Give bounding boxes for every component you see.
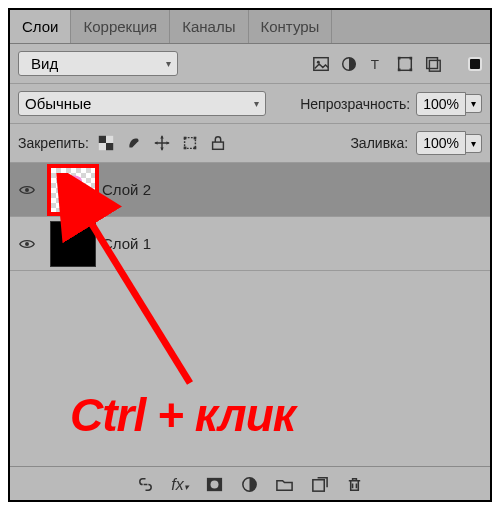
svg-rect-2 [314,57,328,70]
image-filter-icon[interactable] [312,55,330,73]
layer-actions-bar: fx▾ [10,466,490,500]
svg-rect-19 [194,137,197,140]
chevron-down-icon[interactable]: ▾ [466,94,482,113]
layers-panel: Слои Коррекция Каналы Контуры Вид ▾ T Об… [8,8,492,502]
filter-toggle-switch[interactable] [468,57,482,71]
svg-rect-33 [313,480,324,491]
opacity-label: Непрозрачность: [300,96,410,112]
lock-position-icon[interactable] [153,134,171,152]
svg-rect-18 [184,137,187,140]
layer-name[interactable]: Слой 1 [102,235,151,252]
svg-rect-7 [398,56,401,59]
svg-rect-9 [398,68,401,71]
panel-tabs: Слои Коррекция Каналы Контуры [10,10,490,44]
fx-icon[interactable]: fx▾ [171,476,188,494]
svg-rect-13 [99,136,106,143]
lock-transparency-icon[interactable] [97,134,115,152]
annotation-text: Ctrl + клик [70,388,295,442]
chevron-down-icon: ▾ [166,58,171,69]
tab-correction[interactable]: Коррекция [71,10,170,43]
mask-icon[interactable] [205,475,224,494]
svg-rect-6 [399,57,412,70]
layer-list: Слой 2 Слой 1 Ctrl + клик [10,163,490,466]
adjustment-layer-icon[interactable] [240,475,259,494]
eye-icon [18,235,36,253]
layer-row[interactable]: Слой 1 [10,217,490,271]
svg-text:T: T [371,56,379,71]
link-layers-icon[interactable] [136,475,155,494]
tab-channels[interactable]: Каналы [170,10,248,43]
layer-thumbnail[interactable] [50,167,96,213]
tab-paths[interactable]: Контуры [249,10,333,43]
svg-rect-22 [213,142,224,149]
visibility-toggle[interactable] [10,181,44,199]
smartobject-filter-icon[interactable] [424,55,442,73]
fill-label: Заливка: [350,135,408,151]
svg-rect-16 [99,143,106,150]
blend-row: Обычные ▾ Непрозрачность: 100% ▾ [10,84,490,124]
svg-rect-15 [106,136,113,143]
opacity-field[interactable]: 100% ▾ [416,92,482,116]
lock-all-icon[interactable] [209,134,227,152]
lock-pixels-icon[interactable] [125,134,143,152]
svg-rect-11 [427,57,438,68]
visibility-toggle[interactable] [10,235,44,253]
lock-artboard-icon[interactable] [181,134,199,152]
svg-point-26 [61,181,74,190]
svg-rect-10 [410,68,413,71]
blend-mode-dropdown[interactable]: Обычные ▾ [18,91,266,116]
svg-point-28 [25,242,29,246]
svg-rect-8 [410,56,413,59]
new-layer-icon[interactable] [310,475,329,494]
layer-filter-dropdown[interactable]: Вид ▾ [18,51,178,76]
svg-point-23 [25,188,29,192]
group-icon[interactable] [275,475,294,494]
filter-row: Вид ▾ T [10,44,490,84]
lock-label: Закрепить: [18,135,89,151]
trash-icon[interactable] [345,475,364,494]
type-filter-icon[interactable]: T [368,55,386,73]
eye-icon [18,181,36,199]
blend-mode-value: Обычные [25,95,91,112]
layer-row[interactable]: Слой 2 [10,163,490,217]
svg-rect-12 [429,60,440,71]
shape-filter-icon[interactable] [396,55,414,73]
svg-rect-14 [106,143,113,150]
fill-field[interactable]: 100% ▾ [416,131,482,155]
filter-type-icons: T [312,55,482,73]
svg-rect-21 [194,147,197,150]
lock-icons [97,134,227,152]
tab-layers[interactable]: Слои [10,10,71,43]
chevron-down-icon[interactable]: ▾ [466,134,482,153]
svg-rect-20 [184,147,187,150]
chevron-down-icon: ▾ [254,98,259,109]
adjustment-filter-icon[interactable] [340,55,358,73]
opacity-value: 100% [416,92,466,116]
flower-thumbnail-content [55,170,91,206]
layer-name[interactable]: Слой 2 [102,181,151,198]
layer-thumbnail[interactable] [50,221,96,267]
filter-label: Вид [31,55,58,72]
lock-row: Закрепить: Заливка: 100% ▾ [10,124,490,163]
fill-value: 100% [416,131,466,155]
svg-point-31 [210,481,218,489]
